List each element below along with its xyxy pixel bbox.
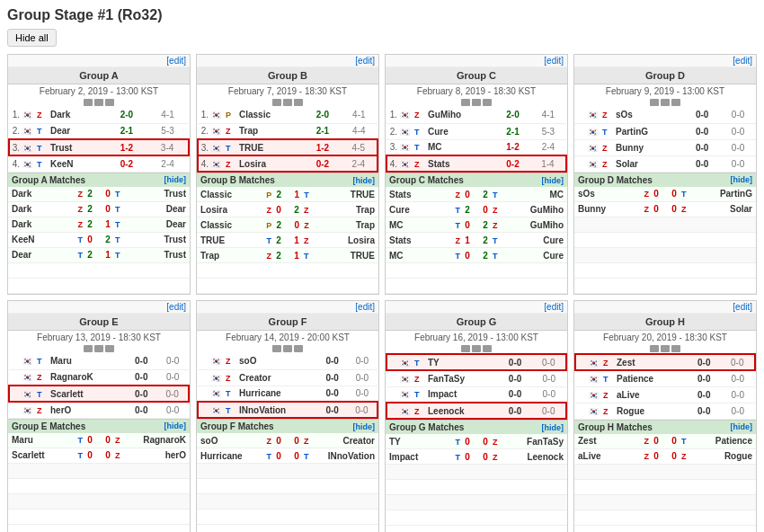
player-name[interactable]: Dear	[49, 123, 107, 139]
player-name[interactable]: TRUE	[237, 139, 305, 155]
match-p2[interactable]: RagnaroK	[120, 435, 187, 445]
match-p1[interactable]: aLive	[578, 451, 644, 461]
match-p2[interactable]: Cure	[498, 235, 564, 245]
match-p1[interactable]: Trap	[200, 251, 267, 261]
match-p1[interactable]: Classic	[200, 220, 266, 230]
match-p2[interactable]: TRUE	[309, 190, 375, 200]
matches-links[interactable]: [hide]	[731, 175, 753, 184]
player-name[interactable]: Rogue	[615, 403, 688, 419]
match-p1[interactable]: sOs	[578, 189, 644, 199]
match-p2[interactable]: GuMiho	[498, 205, 564, 215]
player-name[interactable]: Trust	[49, 139, 107, 155]
match-p2[interactable]: TRUE	[309, 251, 376, 261]
match-p1[interactable]: Bunny	[578, 204, 644, 214]
match-p1[interactable]: Scarlett	[12, 450, 78, 460]
match-p2[interactable]: MC	[498, 190, 564, 200]
match-p1[interactable]: Impact	[389, 452, 456, 462]
match-p1[interactable]: Losira	[200, 205, 267, 215]
match-p1[interactable]: soO	[200, 436, 267, 446]
player-name[interactable]: FanTaSy	[426, 370, 499, 386]
match-p1[interactable]: Dark	[12, 189, 78, 199]
match-p2[interactable]: herO	[120, 450, 187, 460]
player-name[interactable]: Patience	[615, 370, 688, 386]
edit-link[interactable]: [edit]	[8, 55, 190, 67]
player-name[interactable]: GuMiho	[426, 107, 495, 123]
match-p1[interactable]: TY	[389, 437, 456, 447]
player-name[interactable]: Solar	[614, 155, 684, 172]
player-name[interactable]: RagnaroK	[49, 369, 126, 386]
hide-all-button[interactable]: Hide all	[7, 29, 57, 47]
match-p1[interactable]: Zest	[578, 436, 644, 446]
matches-links[interactable]: [hide]	[542, 423, 564, 432]
player-name[interactable]: Maru	[49, 353, 126, 369]
match-p2[interactable]: PartinG	[687, 189, 753, 199]
player-name[interactable]: Classic	[237, 107, 305, 123]
player-name[interactable]: KeeN	[49, 155, 107, 172]
player-name[interactable]: soO	[237, 353, 317, 369]
match-p2[interactable]: Patience	[687, 436, 753, 446]
player-name[interactable]: Dark	[49, 107, 107, 123]
match-p1[interactable]: Stats	[389, 235, 456, 245]
match-p1[interactable]: MC	[389, 220, 456, 230]
match-p1[interactable]: MC	[389, 251, 456, 261]
matches-links[interactable]: [hide]	[353, 422, 376, 431]
match-p2[interactable]: Trust	[120, 235, 187, 244]
edit-link[interactable]: [edit]	[574, 55, 756, 67]
player-name[interactable]: herO	[49, 402, 126, 418]
match-p2[interactable]: Trap	[309, 220, 375, 230]
player-name[interactable]: sOs	[614, 107, 684, 123]
match-p2[interactable]: Trust	[120, 250, 187, 260]
player-name[interactable]: Scarlett	[49, 386, 126, 402]
score-cell: 0-0	[126, 402, 156, 418]
player-name[interactable]: Cure	[426, 123, 495, 139]
match-p1[interactable]: TRUE	[200, 235, 267, 245]
match-p1[interactable]: Cure	[389, 205, 456, 215]
match-p2[interactable]: GuMiho	[498, 220, 564, 230]
player-name[interactable]: MC	[426, 139, 495, 155]
matches-links[interactable]: [hide]	[353, 176, 376, 185]
edit-link[interactable]: [edit]	[8, 301, 190, 314]
player-name[interactable]: Impact	[426, 386, 499, 403]
player-name[interactable]: Creator	[237, 369, 317, 386]
player-name[interactable]: Hurricane	[237, 386, 317, 402]
edit-link[interactable]: [edit]	[386, 55, 567, 67]
match-p1[interactable]: Stats	[389, 190, 456, 200]
match-p2[interactable]: Solar	[687, 204, 753, 214]
edit-link[interactable]: [edit]	[197, 301, 378, 314]
match-p2[interactable]: Cure	[498, 251, 564, 261]
player-name[interactable]: INnoVation	[237, 402, 317, 418]
match-p1[interactable]: Dear	[12, 250, 78, 260]
edit-link[interactable]: [edit]	[197, 55, 378, 67]
match-p2[interactable]: Leenock	[498, 452, 564, 462]
match-p2[interactable]: INnoVation	[309, 451, 376, 461]
match-p1[interactable]: Dark	[12, 204, 78, 214]
player-name[interactable]: Leenock	[426, 403, 499, 419]
match-p2[interactable]: Dear	[120, 204, 187, 214]
match-p1[interactable]: Maru	[12, 435, 78, 445]
edit-link[interactable]: [edit]	[386, 301, 567, 314]
match-p2[interactable]: Trust	[120, 189, 187, 199]
match-p2[interactable]: Creator	[309, 436, 376, 446]
match-p2[interactable]: Rogue	[687, 451, 753, 461]
player-name[interactable]: Zest	[615, 354, 688, 370]
edit-link[interactable]: [edit]	[574, 301, 756, 314]
match-p2[interactable]: Trap	[309, 205, 376, 215]
match-p1[interactable]: Classic	[200, 190, 266, 200]
matches-links[interactable]: [hide]	[731, 422, 753, 431]
match-p1[interactable]: KeeN	[12, 235, 78, 244]
player-name[interactable]: Trap	[237, 123, 305, 139]
player-name[interactable]: Stats	[426, 155, 495, 172]
match-p1[interactable]: Dark	[12, 219, 78, 229]
match-p2[interactable]: Losira	[309, 235, 376, 245]
player-name[interactable]: PartinG	[614, 123, 684, 139]
match-p1[interactable]: Hurricane	[200, 451, 267, 461]
matches-links[interactable]: [hide]	[164, 421, 187, 430]
match-p2[interactable]: FanTaSy	[498, 437, 564, 447]
matches-links[interactable]: [hide]	[164, 175, 187, 184]
match-p2[interactable]: Dear	[120, 219, 187, 229]
player-name[interactable]: TY	[426, 354, 499, 370]
player-name[interactable]: aLive	[615, 386, 688, 403]
matches-links[interactable]: [hide]	[542, 176, 564, 185]
player-name[interactable]: Bunny	[614, 139, 684, 155]
player-name[interactable]: Losira	[237, 155, 305, 172]
